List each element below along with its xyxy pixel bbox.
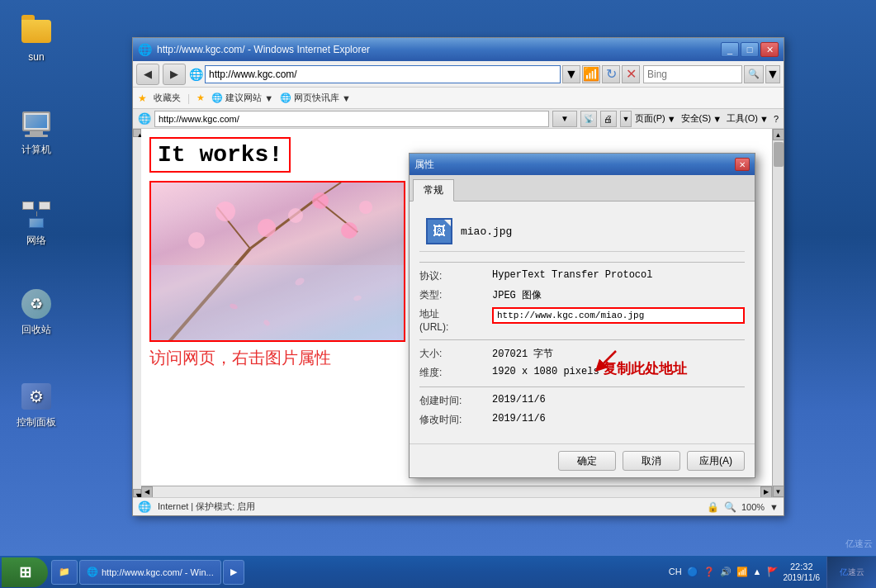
it-works-container: It works! (149, 137, 291, 173)
annotation-arrow (593, 347, 618, 372)
ie-dropdown-button[interactable]: ▼ (562, 65, 580, 83)
ie-left-scrollbar[interactable]: ▲ ▼ (133, 129, 141, 497)
taskbar-ie-button[interactable]: 🌐 http://www.kgc.com/ - Win... (79, 560, 221, 585)
dialog-apply-button[interactable]: 应用(A) (687, 451, 745, 471)
svg-point-6 (312, 192, 329, 209)
desktop-icon-computer[interactable]: 计算机 (10, 107, 63, 155)
ie-feed-icon[interactable]: 📡 (580, 111, 597, 127)
ie-page-dropdown-button[interactable]: ▼ (552, 111, 577, 127)
taskbar-clock[interactable]: 22:32 2019/11/6 (784, 561, 821, 583)
ie-rss-button[interactable]: 📶 (582, 65, 600, 83)
modified-label: 修改时间: (419, 413, 485, 427)
dialog-cancel-button[interactable]: 取消 (623, 451, 680, 471)
dialog-ok-button[interactable]: 确定 (558, 451, 616, 471)
dialog-title: 属性 (414, 158, 735, 172)
taskbar-folder-button[interactable]: 📁 (51, 560, 78, 585)
ie-zoom-text: 100% (741, 502, 765, 512)
dialog-file-name: miao.jpg (461, 225, 512, 238)
star-icon-2: ★ (197, 92, 205, 103)
page-library-icon: 🌐 (280, 92, 291, 103)
taskbar-ie-icon: 🌐 (87, 567, 98, 577)
svg-point-9 (341, 222, 358, 239)
ie-page-menu[interactable]: 页面(P)▼ (635, 112, 676, 125)
build-site-label: 建议网站 (225, 92, 262, 104)
ie-search-input[interactable] (643, 65, 742, 83)
type-label: 类型: (419, 288, 485, 302)
ie-minimize-button[interactable]: _ (721, 42, 739, 57)
ie-zoom-icon: 🔍 (724, 501, 736, 513)
tray-arrow-icon[interactable]: ▲ (753, 567, 762, 576)
ie-back-button[interactable]: ◀ (136, 64, 159, 85)
svg-point-5 (215, 202, 235, 221)
taskbar-media-button[interactable]: ▶ (223, 560, 244, 585)
dialog-tab-general[interactable]: 常规 (413, 179, 454, 202)
favorites-button[interactable]: 收藏夹 (154, 92, 181, 104)
type-value: JPEG 图像 (492, 288, 745, 302)
desktop-icon-network[interactable]: 网络 (10, 198, 63, 246)
watermark-text: 亿速云 (840, 567, 864, 578)
ie-status-icon: 🌐 (138, 500, 151, 513)
dialog-properties: 协议: HyperText Transfer Protocol 类型: JPEG… (419, 269, 745, 333)
desktop-icon-panel[interactable]: ⚙ 控制面板 (10, 380, 63, 428)
taskbar-start-button[interactable]: ⊞ (2, 557, 48, 587)
ie-search-area: 🔍 ▼ (643, 65, 780, 83)
build-site-button[interactable]: 🌐 建议网站 ▼ (211, 92, 273, 104)
ie-image (149, 181, 405, 342)
desktop-watermark: 亿速云 (845, 538, 873, 550)
protocol-value: HyperText Transfer Protocol (492, 269, 745, 283)
ie-page-url-input[interactable] (154, 111, 549, 127)
ie-statusbar: 🌐 Internet | 保护模式: 启用 🔒 🔍 100% ▼ (133, 497, 784, 515)
ie-status-right: 🔒 🔍 100% ▼ (707, 501, 779, 513)
ie-titlebar: 🌐 http://www.kgc.com/ - Windows Internet… (133, 38, 784, 61)
clock-date: 2019/11/6 (784, 572, 821, 583)
desktop-icon-recycle[interactable]: ♻ 回收站 (10, 287, 63, 335)
size-label: 大小: (419, 347, 485, 361)
clock-time: 22:32 (784, 561, 821, 572)
taskbar-watermark: 亿速云 (826, 557, 876, 588)
dialog-close-button[interactable]: ✕ (735, 158, 750, 171)
ie-titlebar-icon: 🌐 (138, 43, 152, 56)
dialog-footer: 确定 取消 应用(A) (410, 443, 755, 477)
protocol-label: 协议: (419, 269, 485, 283)
file-icon: 🖼 (426, 218, 452, 244)
ie-right-buttons: 页面(P)▼ 安全(S)▼ 工具(O)▼ ? (635, 112, 779, 125)
tray-volume-icon[interactable]: 🔊 (720, 567, 732, 577)
ie-address-input[interactable] (205, 65, 561, 83)
desktop-icon-sun[interactable]: sun (10, 15, 63, 63)
ie-refresh-button[interactable]: ↻ (602, 65, 620, 83)
dialog-file-info: 🖼 miao.jpg (419, 211, 745, 252)
it-works-text: It works! (158, 142, 282, 168)
taskbar-system-tray: CH 🔵 ❓ 🔊 📶 ▲ 🚩 22:32 2019/11/6 (662, 561, 826, 583)
dialog-content: 🖼 miao.jpg 协议: HyperText Transfer Protoc… (410, 202, 755, 443)
tray-flag-icon: 🚩 (767, 567, 779, 577)
svg-point-10 (359, 201, 372, 214)
ie-search-button[interactable]: 🔍 (744, 65, 764, 83)
ie-horizontal-scrollbar[interactable]: ◀ ▶ (141, 486, 772, 497)
svg-line-17 (599, 351, 616, 368)
ie-tools-menu[interactable]: 工具(O)▼ (727, 112, 769, 125)
ie-forward-button[interactable]: ▶ (163, 64, 186, 85)
ie-help-button[interactable]: ? (774, 114, 779, 124)
page-library-button[interactable]: 🌐 网页快讯库 ▼ (280, 92, 351, 104)
ie-print-button[interactable]: 🖨 (600, 111, 617, 127)
ie-print-dropdown[interactable]: ▼ (620, 111, 632, 127)
build-site-icon: 🌐 (211, 92, 223, 103)
desktop: sun 计算机 网络 (0, 0, 876, 588)
panel-icon: ⚙ (21, 383, 51, 410)
tray-lang-indicator: CH (669, 567, 682, 576)
ie-stop-button[interactable]: ✕ (622, 65, 640, 83)
page-library-dropdown: ▼ (342, 93, 351, 103)
ie-page-address-area: 🌐 ▼ 📡 🖨 ▼ (138, 111, 632, 127)
svg-point-11 (188, 232, 205, 249)
ie-close-button[interactable]: ✕ (760, 42, 779, 57)
ie-right-scrollbar[interactable]: ▲ ▼ (772, 129, 784, 497)
ie-safety-menu[interactable]: 安全(S)▼ (681, 112, 722, 125)
ie-zoom-dropdown[interactable]: ▼ (769, 502, 779, 512)
svg-point-7 (258, 219, 276, 237)
separator1: | (187, 92, 190, 104)
ie-secondary-toolbar: 🌐 ▼ 📡 🖨 ▼ 页面(P)▼ 安全(S)▼ 工具(O)▼ ? (133, 109, 784, 129)
ie-maximize-button[interactable]: □ (741, 42, 759, 57)
created-label: 创建时间: (419, 394, 485, 408)
ie-search-dropdown[interactable]: ▼ (765, 65, 780, 83)
address-value: http://www.kgc.com/miao.jpg (497, 311, 644, 320)
